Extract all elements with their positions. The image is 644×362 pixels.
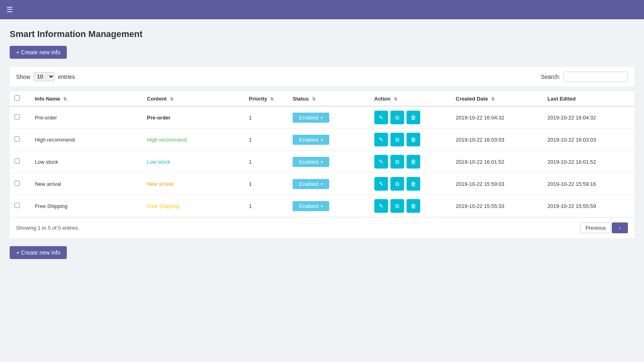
row-info-name: Low stock <box>30 151 142 173</box>
page-title: Smart Information Management <box>10 29 634 39</box>
row-checkbox-3[interactable] <box>14 181 20 186</box>
main-content: Smart Information Management + Create ne… <box>0 19 644 362</box>
row-last-edited: 2019-10-22 15:55:59 <box>543 195 634 217</box>
row-created-date: 2019-10-22 16:04:32 <box>451 106 543 129</box>
table-wrapper: Info Name ⇅ Content ⇅ Priority ⇅ Status … <box>10 91 634 217</box>
create-new-info-button-top[interactable]: + Create new info <box>10 46 67 59</box>
delete-button-3[interactable]: 🗑 <box>407 177 420 191</box>
delete-button-1[interactable]: 🗑 <box>407 133 420 146</box>
table-row: New arrival New arrival 1 Enabled ▾ ✎ ⧉ … <box>10 173 634 195</box>
controls-row: Show 10 25 50 100 entries Search: <box>10 67 634 86</box>
edit-button-2[interactable]: ✎ <box>374 155 388 169</box>
status-dropdown-arrow: ▾ <box>321 160 323 164</box>
next-button[interactable]: › <box>612 222 628 233</box>
status-enabled-button[interactable]: Enabled ▾ <box>293 135 329 145</box>
status-enabled-button[interactable]: Enabled ▾ <box>293 179 329 189</box>
row-status: Enabled ▾ <box>288 106 369 129</box>
search-input[interactable] <box>564 72 628 82</box>
table-body: Pre-order Pre-order 1 Enabled ▾ ✎ ⧉ 🗑 20… <box>10 106 634 217</box>
table-row: High recommend High recommend 1 Enabled … <box>10 129 634 151</box>
action-buttons: ✎ ⧉ 🗑 <box>374 177 446 191</box>
row-checkbox-cell <box>10 106 30 129</box>
header-checkbox <box>10 91 30 106</box>
row-info-name: New arrival <box>30 173 142 195</box>
row-info-name: Pre-order <box>30 106 142 129</box>
sort-action-icon: ⇅ <box>394 97 397 101</box>
row-content: Free Shipping <box>142 195 244 217</box>
entries-select[interactable]: 10 25 50 100 <box>33 72 55 81</box>
row-actions: ✎ ⧉ 🗑 <box>369 151 451 173</box>
edit-button-3[interactable]: ✎ <box>374 177 388 191</box>
status-enabled-button[interactable]: Enabled ▾ <box>293 201 329 211</box>
row-content: Low stock <box>142 151 244 173</box>
previous-button[interactable]: Previous <box>580 222 611 233</box>
row-actions: ✎ ⧉ 🗑 <box>369 106 451 129</box>
showing-entries-text: Showing 1 to 5 of 5 entries <box>16 225 78 231</box>
table-header-row: Info Name ⇅ Content ⇅ Priority ⇅ Status … <box>10 91 634 106</box>
edit-button-4[interactable]: ✎ <box>374 199 388 213</box>
copy-button-3[interactable]: ⧉ <box>390 177 404 191</box>
row-info-name: Free Shipping <box>30 195 142 217</box>
sort-content-icon: ⇅ <box>170 97 173 101</box>
show-label: Show <box>16 74 30 80</box>
row-last-edited: 2019-10-22 16:04:32 <box>543 106 634 129</box>
sort-created-icon: ⇅ <box>491 97 495 101</box>
delete-button-4[interactable]: 🗑 <box>407 199 420 213</box>
copy-button-4[interactable]: ⧉ <box>390 199 404 213</box>
row-created-date: 2019-10-22 16:01:52 <box>451 151 543 173</box>
sort-priority-icon: ⇅ <box>270 97 274 101</box>
action-buttons: ✎ ⧉ 🗑 <box>374 111 446 124</box>
copy-button-1[interactable]: ⧉ <box>390 133 404 146</box>
edit-button-0[interactable]: ✎ <box>374 111 388 124</box>
header-action[interactable]: Action ⇅ <box>369 91 451 106</box>
row-created-date: 2019-10-22 15:55:33 <box>451 195 543 217</box>
info-table: Info Name ⇅ Content ⇅ Priority ⇅ Status … <box>10 91 634 217</box>
row-checkbox-2[interactable] <box>14 158 20 164</box>
row-created-date: 2019-10-22 15:59:03 <box>451 173 543 195</box>
delete-button-2[interactable]: 🗑 <box>407 155 420 169</box>
row-content: High recommend <box>142 129 244 151</box>
header-priority[interactable]: Priority ⇅ <box>244 91 288 106</box>
table-footer: Showing 1 to 5 of 5 entries Previous › <box>10 217 634 238</box>
sort-info-name-icon: ⇅ <box>63 97 67 101</box>
hamburger-icon[interactable]: ☰ <box>6 5 13 14</box>
row-content: New arrival <box>142 173 244 195</box>
search-label: Search: <box>541 74 560 80</box>
row-checkbox-1[interactable] <box>14 136 20 142</box>
delete-button-0[interactable]: 🗑 <box>407 111 420 124</box>
row-priority: 1 <box>244 195 288 217</box>
row-status: Enabled ▾ <box>288 129 369 151</box>
row-actions: ✎ ⧉ 🗑 <box>369 129 451 151</box>
show-entries: Show 10 25 50 100 entries <box>16 72 75 81</box>
row-checkbox-cell <box>10 129 30 151</box>
header-last-edited: Last Edited <box>543 91 634 106</box>
create-new-info-button-bottom[interactable]: + Create new info <box>10 246 67 259</box>
copy-button-0[interactable]: ⧉ <box>390 111 404 124</box>
row-priority: 1 <box>244 173 288 195</box>
row-last-edited: 2019-10-22 16:01:52 <box>543 151 634 173</box>
action-buttons: ✎ ⧉ 🗑 <box>374 155 446 169</box>
edit-button-1[interactable]: ✎ <box>374 133 388 146</box>
table-row: Pre-order Pre-order 1 Enabled ▾ ✎ ⧉ 🗑 20… <box>10 106 634 129</box>
row-status: Enabled ▾ <box>288 173 369 195</box>
action-buttons: ✎ ⧉ 🗑 <box>374 199 446 213</box>
row-checkbox-cell <box>10 195 30 217</box>
status-enabled-button[interactable]: Enabled ▾ <box>293 157 329 167</box>
header-status[interactable]: Status ⇅ <box>288 91 369 106</box>
status-enabled-button[interactable]: Enabled ▾ <box>293 113 329 123</box>
row-checkbox-4[interactable] <box>14 203 20 208</box>
copy-button-2[interactable]: ⧉ <box>390 155 404 169</box>
action-buttons: ✎ ⧉ 🗑 <box>374 133 446 146</box>
row-status: Enabled ▾ <box>288 195 369 217</box>
pagination: Previous › <box>580 222 628 233</box>
row-priority: 1 <box>244 129 288 151</box>
bottom-create-wrapper: + Create new info <box>10 246 634 267</box>
header-content[interactable]: Content ⇅ <box>142 91 244 106</box>
row-checkbox-0[interactable] <box>14 114 20 119</box>
header-created-date[interactable]: Created Date ⇅ <box>451 91 543 106</box>
table-row: Low stock Low stock 1 Enabled ▾ ✎ ⧉ 🗑 20… <box>10 151 634 173</box>
header-info-name[interactable]: Info Name ⇅ <box>30 91 142 106</box>
row-created-date: 2019-10-22 16:03:03 <box>451 129 543 151</box>
row-actions: ✎ ⧉ 🗑 <box>369 173 451 195</box>
select-all-checkbox[interactable] <box>14 95 20 101</box>
